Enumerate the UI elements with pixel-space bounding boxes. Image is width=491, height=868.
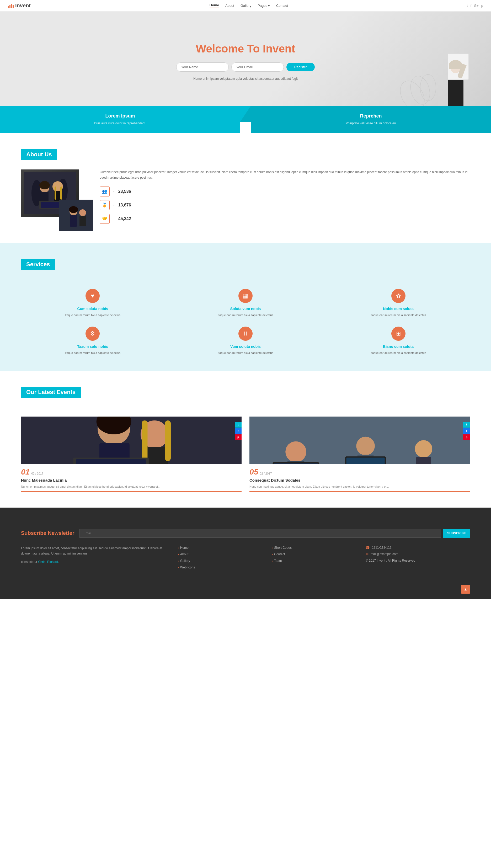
event-title-2: Consequat Dictum Sodales	[250, 478, 470, 483]
footer-author: consectetur Christ Richard.	[21, 559, 167, 565]
footer-team-link[interactable]: Team	[272, 559, 355, 563]
footer-nav-list-1: Home About Gallery Web Icons	[178, 546, 261, 570]
footer-phone-item: ☎ 1111-111-111	[366, 546, 470, 550]
svg-rect-30	[76, 459, 146, 464]
event-desc-2: Nunc non maximus augue, sit amet dictum …	[250, 485, 470, 489]
newsletter-email-input[interactable]	[80, 529, 441, 538]
about-section: About Us	[0, 133, 491, 243]
about-content: Curabitur nec purus eget urna pulvinar p…	[21, 170, 470, 227]
footer-link-about: About	[178, 552, 261, 556]
footer-gallery-link[interactable]: Gallery	[178, 559, 261, 563]
brand-name: Invent	[15, 3, 31, 9]
service-icon-3: ✿	[391, 289, 405, 303]
footer-email-item: ✉ mail@example.com	[366, 552, 470, 556]
banner-strip: Lorem ipsum Duis aute irure dolor in rep…	[0, 106, 491, 133]
banner-title-2: Reprehen	[259, 113, 483, 119]
service-title-1: Cum soluta nobis	[21, 307, 165, 311]
footer-link-team: Team	[272, 559, 355, 563]
svg-rect-12	[60, 186, 62, 200]
hero-form: Register	[176, 62, 315, 71]
footer-shortcodes-link[interactable]: Short Codes	[272, 546, 355, 550]
social-googleplus[interactable]: G+	[474, 4, 479, 8]
svg-rect-43	[346, 458, 385, 464]
stat-item-3: 🤝 - 45,342	[100, 214, 470, 224]
event-meta-2: 05 02 / 2017 Consequat Dictum Sodales Nu…	[250, 464, 470, 491]
nav-pages[interactable]: Pages ▾	[258, 4, 270, 8]
email-input[interactable]	[231, 62, 284, 71]
service-icon-6: ⊞	[391, 326, 405, 341]
hero-subtitle: Nemo enim ipsam voluptatem quia voluptas…	[193, 77, 298, 81]
stat-value-2: 13,676	[118, 203, 131, 207]
svg-rect-32	[250, 416, 470, 417]
banner-item-2: Reprehen Voluptate velit esse cilium dol…	[251, 106, 491, 133]
service-title-4: Taaum solu nobis	[21, 344, 165, 349]
hero-image	[397, 48, 470, 106]
nav-contact[interactable]: Contact	[276, 4, 288, 8]
facebook-icon-2[interactable]: f	[463, 428, 470, 434]
service-title-6: Bisno cum soluta	[326, 344, 470, 349]
svg-rect-17	[70, 215, 77, 227]
register-button[interactable]: Register	[286, 63, 315, 71]
stat-item-1: 👥 - 23,536	[100, 186, 470, 197]
footer-author-name: Christ Richard.	[38, 560, 59, 564]
service-card-6: ⊞ Bisno cum soluta Itaque earum rerum hi…	[326, 326, 470, 355]
navbar: Invent Home About Gallery Pages ▾ Contac…	[0, 0, 491, 11]
brand-logo[interactable]: Invent	[8, 3, 31, 9]
service-desc-1: Itaque earum rerum hic a sapiente delect…	[21, 313, 165, 317]
svg-point-36	[285, 441, 306, 462]
newsletter-form: SUBSCRIBE	[80, 529, 470, 538]
svg-point-2	[420, 75, 436, 101]
footer-link-shortcodes: Short Codes	[272, 546, 355, 550]
svg-rect-21	[21, 416, 241, 464]
footer-email: mail@example.com	[371, 552, 398, 556]
footer-bottom: ▲	[21, 580, 470, 594]
footer-about-link[interactable]: About	[178, 552, 261, 556]
nav-home[interactable]: Home	[209, 3, 219, 8]
about-description: Curabitur nec purus eget urna pulvinar p…	[100, 170, 470, 180]
service-icon-2: ▦	[238, 289, 253, 303]
svg-rect-39	[274, 463, 318, 464]
svg-rect-14	[41, 202, 59, 208]
social-pinterest[interactable]: p	[481, 4, 483, 8]
phone-icon: ☎	[366, 546, 370, 550]
social-twitter[interactable]: t	[467, 4, 468, 8]
name-input[interactable]	[176, 62, 229, 71]
services-section: Services ♥ Cum soluta nobis Itaque earum…	[0, 243, 491, 371]
footer-columns: Lorem ipsum dolor sit amet, consectetur …	[21, 546, 470, 572]
stat-item-2: 🏅 - 13,676	[100, 200, 470, 210]
social-facebook[interactable]: f	[470, 4, 471, 8]
nav-about[interactable]: About	[225, 4, 234, 8]
stat-icon-3: 🤝	[100, 214, 110, 224]
service-card-4: ⚙ Taaum solu nobis Itaque earum rerum hi…	[21, 326, 165, 355]
newsletter-title: Subscribe Newsletter	[21, 530, 74, 536]
svg-rect-45	[416, 457, 431, 464]
events-grid: t f p 01 02 / 2017 Nunc Malesuada Lacini…	[21, 416, 470, 492]
newsletter-row: Subscribe Newsletter SUBSCRIBE	[21, 521, 470, 538]
footer-contact-link[interactable]: Contact	[272, 552, 355, 556]
about-images	[21, 170, 89, 227]
event-social-1: t f p	[235, 422, 241, 440]
service-desc-6: Itaque earum rerum hic a sapiente delect…	[326, 351, 470, 355]
footer-webicons-link[interactable]: Web Icons	[178, 565, 261, 570]
facebook-icon[interactable]: f	[235, 428, 241, 434]
event-image-2: t f p	[250, 416, 470, 464]
footer-links-col1: Home About Gallery Web Icons	[178, 546, 261, 572]
service-card-1: ♥ Cum soluta nobis Itaque earum rerum hi…	[21, 289, 165, 317]
pinterest-icon-2[interactable]: p	[463, 434, 470, 440]
footer-phone: 1111-111-111	[372, 546, 392, 549]
event-image-1: t f p	[21, 416, 241, 464]
back-to-top-button[interactable]: ▲	[461, 585, 470, 594]
banner-desc-1: Duis aute irure dolor in reprehenderit.	[8, 121, 232, 126]
pinterest-icon[interactable]: p	[235, 434, 241, 440]
twitter-icon[interactable]: t	[235, 422, 241, 428]
twitter-icon-2[interactable]: t	[463, 422, 470, 428]
svg-point-44	[415, 440, 432, 458]
hero-section: Welcome To Invent Register Nemo enim ips…	[0, 11, 491, 106]
service-icon-4: ⚙	[86, 326, 100, 341]
footer-link-home: Home	[178, 546, 261, 550]
nav-gallery[interactable]: Gallery	[240, 4, 251, 8]
footer: Subscribe Newsletter SUBSCRIBE Lorem ips…	[0, 508, 491, 599]
subscribe-button[interactable]: SUBSCRIBE	[443, 529, 470, 538]
footer-home-link[interactable]: Home	[178, 546, 261, 550]
about-image-secondary	[59, 200, 93, 231]
